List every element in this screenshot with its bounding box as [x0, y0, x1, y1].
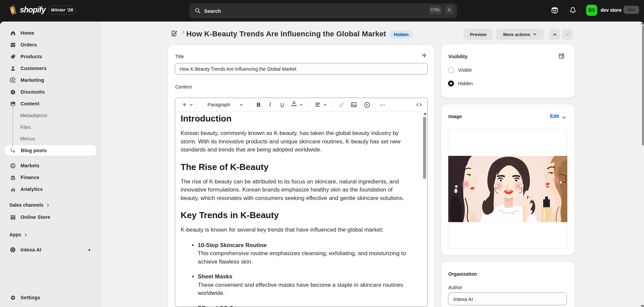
svg-text:$: $: [13, 165, 14, 168]
svg-text:S: S: [11, 8, 14, 13]
